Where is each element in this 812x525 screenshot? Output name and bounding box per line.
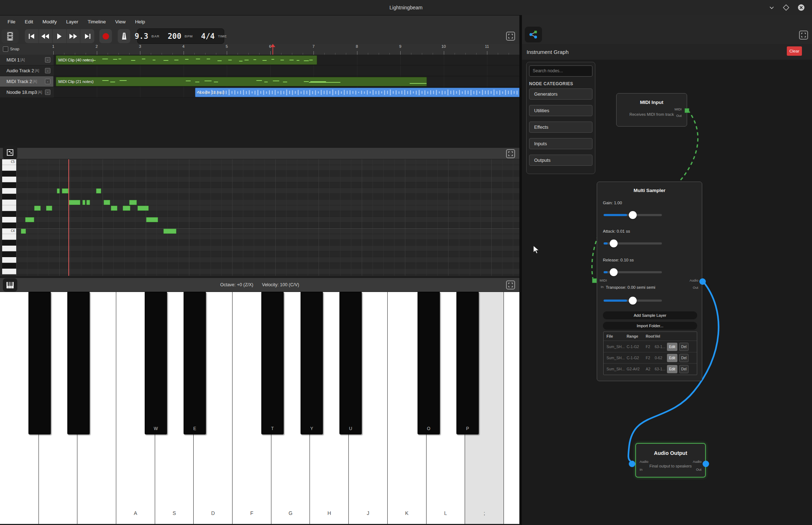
menu-edit[interactable]: Edit: [20, 15, 38, 28]
menu-view[interactable]: View: [110, 15, 130, 28]
piano-roll-key-white[interactable]: [2, 234, 16, 240]
attack-slider[interactable]: [604, 242, 662, 245]
piano-roll-key-black[interactable]: [2, 194, 16, 200]
track-header-4[interactable]: Noodle 18.mp3[A]-: [0, 87, 53, 98]
midi-clip[interactable]: MIDI Clip (21 notes): [56, 77, 427, 86]
piano-roll-panel-button[interactable]: [3, 146, 17, 159]
menu-file[interactable]: File: [3, 15, 20, 28]
midi-note[interactable]: [57, 188, 60, 193]
midi-note[interactable]: [96, 188, 101, 193]
panel-divider[interactable]: [519, 15, 522, 525]
timeline-ruler[interactable]: Snap 1234567891011: [0, 44, 519, 55]
timeline-expand-button[interactable]: [506, 32, 515, 41]
clear-graph-button[interactable]: Clear: [787, 46, 802, 56]
piano-roll-key-white[interactable]: [2, 188, 16, 194]
black-key[interactable]: P: [456, 292, 479, 434]
audio-out-port[interactable]: [699, 278, 706, 285]
maximize-icon[interactable]: [782, 3, 790, 12]
audio-output-node[interactable]: Audio Output Final output to speakers Au…: [635, 443, 706, 478]
midi-note[interactable]: [123, 206, 130, 211]
piano-roll-key-black[interactable]: [2, 182, 16, 188]
track-clip-area[interactable]: MIDI Clip (40 notes)MIDI Clip (21 notes)…: [53, 55, 519, 98]
piano-roll-key-white[interactable]: C5: [2, 159, 16, 165]
piano-roll-key-black[interactable]: [2, 263, 16, 269]
film-panel-button[interactable]: [1, 29, 19, 43]
category-effects[interactable]: Effects: [529, 122, 592, 133]
skip-end-button[interactable]: [80, 29, 94, 43]
midi-out-port[interactable]: [685, 108, 689, 113]
track-toggle-button[interactable]: -: [45, 68, 50, 73]
gain-slider-knob[interactable]: [629, 211, 637, 219]
delete-sample-button[interactable]: Del: [679, 354, 689, 362]
piano-roll-key-black[interactable]: [2, 240, 16, 246]
close-icon[interactable]: [797, 3, 806, 12]
edit-sample-button[interactable]: Edit: [667, 343, 677, 351]
black-key[interactable]: [67, 292, 90, 434]
category-generators[interactable]: Generators: [529, 88, 592, 100]
piano-roll-key-white[interactable]: [2, 205, 16, 211]
piano-roll-grid[interactable]: C5C4: [0, 159, 519, 276]
import-folder-button[interactable]: Import Folder...: [603, 322, 697, 330]
delete-sample-button[interactable]: Del: [679, 365, 689, 373]
add-sample-layer-button[interactable]: Add Sample Layer: [603, 311, 697, 319]
category-outputs[interactable]: Outputs: [529, 155, 592, 166]
transpose-slider-knob[interactable]: [629, 297, 637, 305]
midi-note[interactable]: [82, 200, 85, 205]
track-header-2[interactable]: Audio Track 2[A]-: [0, 65, 53, 76]
record-button[interactable]: [99, 29, 112, 43]
category-inputs[interactable]: Inputs: [529, 138, 592, 149]
midi-in-port[interactable]: [592, 278, 597, 283]
track-toggle-button[interactable]: -: [45, 90, 50, 95]
piano-roll-key-black[interactable]: [2, 223, 16, 228]
midi-note[interactable]: [111, 206, 117, 211]
midi-note[interactable]: [34, 206, 41, 211]
piano-roll-key-black[interactable]: [2, 171, 16, 177]
midi-note[interactable]: [25, 217, 34, 222]
piano-roll-key-white[interactable]: C4: [2, 228, 16, 234]
audio-clip[interactable]: Noodle 18.mp3: [195, 88, 519, 97]
snap-checkbox[interactable]: [3, 46, 8, 52]
piano-roll-key-black[interactable]: [2, 251, 16, 257]
metronome-button[interactable]: [118, 29, 130, 43]
edit-sample-button[interactable]: Edit: [667, 354, 677, 362]
midi-note[interactable]: [21, 229, 26, 234]
minimize-icon[interactable]: [767, 3, 776, 12]
piano-roll-key-black[interactable]: [2, 211, 16, 217]
midi-note[interactable]: [137, 206, 149, 211]
midi-note[interactable]: [68, 200, 80, 205]
category-utilities[interactable]: Utilities: [529, 105, 592, 116]
black-key[interactable]: W: [145, 292, 167, 434]
midi-note[interactable]: [163, 229, 176, 234]
piano-roll-key-white[interactable]: [2, 257, 16, 263]
fast-forward-button[interactable]: [67, 29, 81, 43]
graph-expand-button[interactable]: [799, 31, 808, 40]
white-key[interactable]: [504, 292, 519, 524]
piano-roll-key-white[interactable]: [2, 217, 16, 223]
transpose-slider[interactable]: [604, 300, 662, 302]
edit-sample-button[interactable]: Edit: [667, 365, 677, 373]
timeline-empty-area[interactable]: [0, 98, 519, 147]
midi-note[interactable]: [146, 217, 158, 222]
skip-start-button[interactable]: [25, 29, 39, 43]
menu-help[interactable]: Help: [130, 15, 150, 28]
release-slider[interactable]: [604, 271, 662, 273]
gain-slider[interactable]: [604, 214, 662, 216]
rewind-button[interactable]: [39, 29, 53, 43]
audio-out-port[interactable]: [703, 461, 709, 467]
menu-modify[interactable]: Modify: [38, 15, 62, 28]
audio-in-port[interactable]: [629, 461, 635, 467]
black-key[interactable]: E: [184, 292, 206, 434]
attack-slider-knob[interactable]: [610, 239, 618, 247]
instrument-graph-panel-button[interactable]: [525, 27, 542, 42]
midi-input-node[interactable]: MIDI Input Receives MIDI from track MIDI…: [616, 93, 687, 127]
piano-roll-key-white[interactable]: [2, 246, 16, 251]
midi-note[interactable]: [129, 200, 137, 205]
piano-roll-key-white[interactable]: [2, 269, 16, 274]
track-toggle-button[interactable]: -: [45, 57, 50, 63]
release-slider-knob[interactable]: [610, 268, 618, 276]
track-header-3[interactable]: MIDI Track 2[A]-: [0, 76, 53, 87]
virtual-keyboard[interactable]: ASDFGHJKL;WETYUOP: [0, 292, 519, 524]
menu-timeline[interactable]: Timeline: [83, 15, 111, 28]
piano-roll-key-white[interactable]: [2, 177, 16, 182]
track-toggle-button[interactable]: -: [45, 79, 50, 84]
